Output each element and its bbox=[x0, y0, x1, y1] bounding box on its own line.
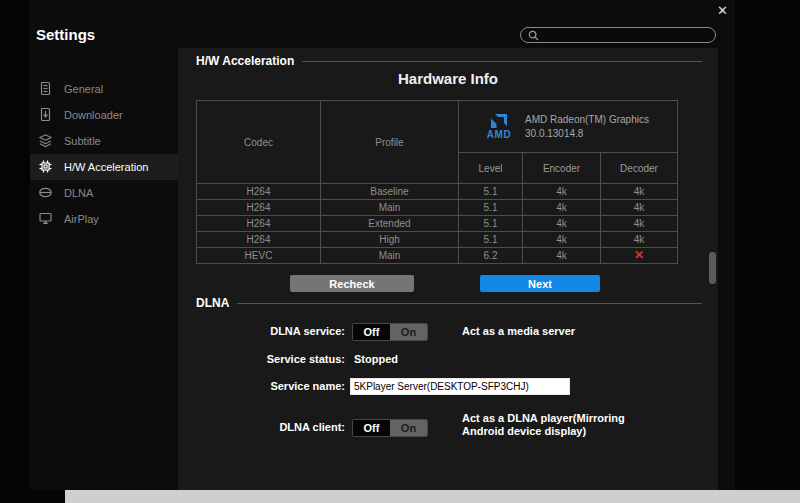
service-name-label: Service name: bbox=[178, 380, 345, 392]
airplay-icon bbox=[38, 211, 53, 228]
gpu-name: AMD Radeon(TM) Graphics bbox=[525, 113, 649, 127]
column-header-encoder: Encoder bbox=[523, 153, 601, 184]
dlna-section-title: DLNA bbox=[196, 296, 229, 310]
cell-codec: H264 bbox=[197, 200, 321, 216]
close-icon[interactable]: ✕ bbox=[717, 4, 728, 18]
dlna-service-description: Act as a media server bbox=[462, 325, 575, 338]
dlna-client-toggle: Off On bbox=[352, 419, 428, 437]
content-panel: H/W Acceleration Hardware Info Codec Pro… bbox=[178, 48, 718, 490]
cell-decoder: 4k bbox=[601, 216, 678, 232]
column-header-decoder: Decoder bbox=[601, 153, 678, 184]
dlna-section-header: DLNA bbox=[196, 296, 702, 310]
dlna-client-description: Act as a DLNA player(Mirroring Android d… bbox=[462, 412, 625, 438]
general-icon bbox=[38, 81, 53, 98]
service-status-value: Stopped bbox=[354, 353, 398, 365]
cell-decoder: 4k bbox=[601, 200, 678, 216]
sidebar-item-downloader[interactable]: Downloader bbox=[30, 102, 178, 128]
settings-window: Settings ✕ General Downloader Subtitle H… bbox=[30, 0, 735, 490]
sidebar-item-label: Subtitle bbox=[64, 135, 101, 147]
cell-codec: H264 bbox=[197, 232, 321, 248]
search-icon bbox=[528, 30, 539, 41]
dlna-client-description-line2: Android device display) bbox=[462, 425, 625, 438]
dlna-service-on-button[interactable]: On bbox=[390, 324, 427, 340]
cell-profile: Main bbox=[321, 200, 459, 216]
sidebar-item-label: DLNA bbox=[64, 187, 93, 199]
dlna-service-off-button[interactable]: Off bbox=[353, 324, 390, 340]
cell-level: 5.1 bbox=[459, 216, 523, 232]
subtitle-icon bbox=[38, 133, 53, 150]
cell-encoder: 4k bbox=[523, 200, 601, 216]
divider bbox=[302, 61, 702, 62]
cell-profile: Extended bbox=[321, 216, 459, 232]
dlna-icon bbox=[38, 185, 53, 202]
downloader-icon bbox=[38, 107, 53, 124]
cell-encoder: 4k bbox=[523, 184, 601, 200]
hardware-info-table: Codec Profile AMD AMD Radeon(TM) Graphic… bbox=[196, 100, 678, 264]
divider bbox=[237, 303, 702, 304]
sidebar-item-label: AirPlay bbox=[64, 213, 99, 225]
recheck-button[interactable]: Recheck bbox=[290, 275, 414, 292]
sidebar: General Downloader Subtitle H/W Accelera… bbox=[30, 76, 178, 232]
dlna-service-toggle: Off On bbox=[352, 323, 428, 341]
sidebar-item-label: H/W Acceleration bbox=[64, 161, 148, 173]
sidebar-item-dlna[interactable]: DLNA bbox=[30, 180, 178, 206]
cell-level: 5.1 bbox=[459, 200, 523, 216]
search-input[interactable] bbox=[539, 29, 715, 41]
next-button[interactable]: Next bbox=[480, 275, 600, 292]
cell-encoder: 4k bbox=[523, 216, 601, 232]
sidebar-item-label: General bbox=[64, 83, 103, 95]
sidebar-item-label: Downloader bbox=[64, 109, 123, 121]
cell-decoder-unsupported: ✕ bbox=[601, 248, 678, 264]
cell-decoder: 4k bbox=[601, 232, 678, 248]
cell-profile: High bbox=[321, 232, 459, 248]
cell-level: 6.2 bbox=[459, 248, 523, 264]
sidebar-item-hw-acceleration[interactable]: H/W Acceleration bbox=[30, 154, 178, 180]
sidebar-item-subtitle[interactable]: Subtitle bbox=[30, 128, 178, 154]
table-row: H264 High 5.1 4k 4k bbox=[197, 232, 678, 248]
cell-profile: Baseline bbox=[321, 184, 459, 200]
table-row: H264 Extended 5.1 4k 4k bbox=[197, 216, 678, 232]
dlna-client-description-line1: Act as a DLNA player(Mirroring bbox=[462, 412, 625, 425]
cell-level: 5.1 bbox=[459, 184, 523, 200]
cell-codec: H264 bbox=[197, 184, 321, 200]
cell-encoder: 4k bbox=[523, 248, 601, 264]
service-status-label: Service status: bbox=[178, 353, 345, 365]
cell-level: 5.1 bbox=[459, 232, 523, 248]
taskbar-strip bbox=[65, 490, 800, 503]
dlna-client-off-button[interactable]: Off bbox=[353, 420, 390, 436]
column-header-codec: Codec bbox=[197, 101, 321, 184]
dlna-client-label: DLNA client: bbox=[178, 421, 345, 433]
column-header-profile: Profile bbox=[321, 101, 459, 184]
column-header-level: Level bbox=[459, 153, 523, 184]
sidebar-item-general[interactable]: General bbox=[30, 76, 178, 102]
cell-codec: H264 bbox=[197, 216, 321, 232]
dlna-service-label: DLNA service: bbox=[178, 325, 345, 337]
cell-codec: HEVC bbox=[197, 248, 321, 264]
hw-section-title: H/W Acceleration bbox=[196, 54, 294, 68]
page-title: Settings bbox=[36, 26, 95, 43]
amd-logo-icon: AMD bbox=[485, 113, 513, 140]
sidebar-item-airplay[interactable]: AirPlay bbox=[30, 206, 178, 232]
table-row: H264 Baseline 5.1 4k 4k bbox=[197, 184, 678, 200]
cell-profile: Main bbox=[321, 248, 459, 264]
hardware-info-title: Hardware Info bbox=[178, 70, 718, 87]
gpu-cell: AMD AMD Radeon(TM) Graphics 30.0.13014.8 bbox=[459, 101, 678, 153]
cell-encoder: 4k bbox=[523, 232, 601, 248]
scrollbar-thumb[interactable] bbox=[709, 252, 716, 284]
amd-brand-text: AMD bbox=[487, 129, 511, 140]
hw-section-header: H/W Acceleration bbox=[196, 54, 702, 68]
dlna-client-on-button[interactable]: On bbox=[390, 420, 427, 436]
cell-decoder: 4k bbox=[601, 184, 678, 200]
hw-acceleration-icon bbox=[38, 159, 53, 176]
table-row: H264 Main 5.1 4k 4k bbox=[197, 200, 678, 216]
table-row: HEVC Main 6.2 4k ✕ bbox=[197, 248, 678, 264]
gpu-driver-version: 30.0.13014.8 bbox=[525, 127, 649, 141]
search-box[interactable] bbox=[520, 27, 716, 43]
service-name-input[interactable] bbox=[350, 378, 570, 395]
